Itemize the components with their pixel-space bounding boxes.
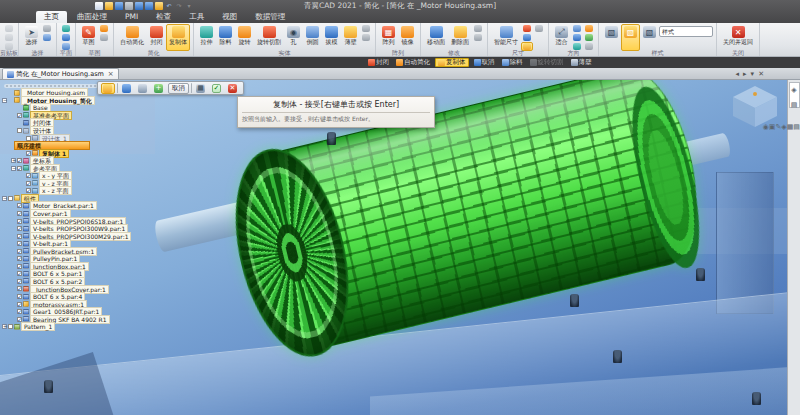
redo-icon[interactable]: ↷ xyxy=(175,2,183,10)
tree-item-label[interactable]: Pattern_1 xyxy=(21,322,55,331)
select-button[interactable]: ➤选择 xyxy=(22,24,41,51)
tree-checkbox[interactable] xyxy=(17,317,22,322)
copied-part-quick-button[interactable]: 复制体 xyxy=(435,58,469,67)
revolved-cut-button[interactable]: 旋转切割 xyxy=(254,24,284,51)
tree-checkbox[interactable] xyxy=(17,128,22,133)
ribbon-tab[interactable]: 视图 xyxy=(214,11,245,23)
enclose-button[interactable]: 封闭 xyxy=(147,24,166,51)
tab-close-all-icon[interactable]: ✕ xyxy=(758,70,764,78)
cutout-quick-button[interactable]: 除料 xyxy=(500,58,525,67)
modify-more-1-button[interactable] xyxy=(472,24,484,33)
cutout-button[interactable]: 除料 xyxy=(216,24,235,51)
angle-between-button[interactable] xyxy=(521,33,533,42)
tab-prev-icon[interactable]: ◂ xyxy=(736,70,740,78)
viewport-3d[interactable]: _Motor Housing.asm − _Motor Housing_简化 xyxy=(0,80,800,415)
tree-checkbox[interactable] xyxy=(26,151,31,156)
revolved-cut-quick-button[interactable]: 旋转切割 xyxy=(528,58,566,67)
tree-simplified-assembly[interactable]: − _Motor Housing_简化 xyxy=(2,97,134,105)
cancel-quick-button[interactable]: 取消 xyxy=(472,58,497,67)
tree-expand-toggle[interactable]: − xyxy=(2,196,7,201)
folder-icon[interactable] xyxy=(155,2,163,10)
separator[interactable] xyxy=(117,83,118,93)
select-options-button[interactable] xyxy=(41,24,53,33)
tree-checkbox[interactable] xyxy=(17,234,22,239)
modify-more-2-button[interactable] xyxy=(472,33,484,42)
tree-checkbox[interactable] xyxy=(8,196,13,201)
fit-button[interactable]: ⤢适合 xyxy=(552,24,571,51)
dock-list-icon[interactable]: ▤ xyxy=(791,98,798,113)
qat-menu-icon[interactable]: ▾ xyxy=(185,2,193,10)
tree-checkbox[interactable] xyxy=(26,181,31,186)
select-filter-button[interactable] xyxy=(41,33,53,42)
window-icon[interactable] xyxy=(135,2,143,10)
deselect-button[interactable]: 取消 xyxy=(168,83,189,94)
tree-checkbox[interactable] xyxy=(17,166,22,171)
copied-part-button[interactable]: 复制体 xyxy=(166,24,190,51)
paste-button[interactable] xyxy=(3,24,15,33)
tree-expand-toggle[interactable]: − xyxy=(11,166,16,171)
tree-checkbox[interactable] xyxy=(17,294,22,299)
open-icon[interactable] xyxy=(105,2,113,10)
mirror-button[interactable]: 镜像 xyxy=(398,24,417,51)
tree-expand-toggle[interactable]: − xyxy=(2,98,7,103)
solid-more-2-button[interactable] xyxy=(360,33,372,42)
close-and-return-button[interactable]: ✕关闭并返回 xyxy=(720,24,756,51)
draft-button[interactable]: 拔模 xyxy=(322,24,341,51)
dimension-more-button[interactable] xyxy=(533,24,545,33)
window-tile-icon[interactable] xyxy=(145,2,153,10)
tree-checkbox[interactable] xyxy=(17,256,22,261)
tree-pattern-1[interactable]: + Pattern_1 xyxy=(2,323,134,331)
zoom-area-button[interactable] xyxy=(571,24,583,33)
tab-next-icon[interactable]: ▸ xyxy=(743,70,747,78)
tree-checkbox[interactable] xyxy=(26,136,31,141)
tree-checkbox[interactable] xyxy=(17,226,22,231)
coincident-plane-button[interactable] xyxy=(60,24,72,33)
tree-checkbox[interactable] xyxy=(17,241,22,246)
tree-checkbox[interactable] xyxy=(17,249,22,254)
tree-checkbox[interactable] xyxy=(17,286,22,291)
tree-expand-toggle[interactable]: + xyxy=(11,158,16,163)
distance-between-button[interactable] xyxy=(521,24,533,33)
ribbon-tab[interactable]: 数据管理 xyxy=(247,11,293,23)
shaded-button[interactable]: ▧ xyxy=(640,24,659,51)
sketch-button[interactable]: ✎草图 xyxy=(79,24,98,51)
sketch-tools-button[interactable] xyxy=(98,24,110,33)
auto-simplify-button[interactable]: 自动简化 xyxy=(117,24,147,51)
document-tab[interactable]: 简化 在_Motor Housing.asm × xyxy=(2,68,119,79)
pattern-button[interactable]: ▦阵列 xyxy=(379,24,398,51)
options-button[interactable] xyxy=(136,83,150,94)
thin-wall-button[interactable]: 薄壁 xyxy=(341,24,360,51)
tree-checkbox[interactable] xyxy=(17,279,22,284)
dock-pin-icon[interactable]: ◈ xyxy=(791,83,796,98)
tree-checkbox[interactable] xyxy=(17,113,22,118)
reject-button[interactable]: ✕ xyxy=(226,83,240,94)
tree-checkbox[interactable] xyxy=(17,219,22,224)
tree-expand-toggle[interactable]: + xyxy=(2,324,7,329)
shaded-edges-button[interactable]: ▧ xyxy=(621,24,640,51)
auto-simplify-quick-button[interactable]: 自动简化 xyxy=(394,58,432,67)
rotate-view-button[interactable] xyxy=(583,24,595,33)
copy-button[interactable] xyxy=(3,33,15,42)
thin-wall-quick-button[interactable]: 薄壁 xyxy=(569,58,594,67)
copied-part-step-button[interactable] xyxy=(101,83,115,94)
revolve-button[interactable]: 旋转 xyxy=(235,24,254,51)
tree-checkbox[interactable] xyxy=(17,203,22,208)
tree-checkbox[interactable] xyxy=(26,188,31,193)
ribbon-tab[interactable]: 主页 xyxy=(36,11,67,23)
ribbon-tab[interactable]: 曲面处理 xyxy=(69,11,115,23)
tree-design-body[interactable]: 设计体 xyxy=(11,127,134,135)
visible-edges-button[interactable]: ▧ xyxy=(602,24,621,51)
plane-normal-button[interactable] xyxy=(60,33,72,42)
extrude-button[interactable]: 拉伸 xyxy=(197,24,216,51)
new-document-icon[interactable] xyxy=(95,2,103,10)
sketch-options-button[interactable] xyxy=(98,33,110,42)
print-icon[interactable] xyxy=(125,2,133,10)
move-face-button[interactable]: 移动面 xyxy=(424,24,448,51)
tab-close-icon[interactable]: × xyxy=(108,70,114,78)
delete-face-button[interactable]: 删除面 xyxy=(448,24,472,51)
ribbon-tab[interactable]: PMI xyxy=(117,11,146,23)
tree-checkbox[interactable] xyxy=(17,211,22,216)
selection-options-button[interactable]: ▦ xyxy=(194,83,208,94)
hole-button[interactable]: ◉孔 xyxy=(284,24,303,51)
tab-menu-icon[interactable]: ▾ xyxy=(751,70,755,78)
